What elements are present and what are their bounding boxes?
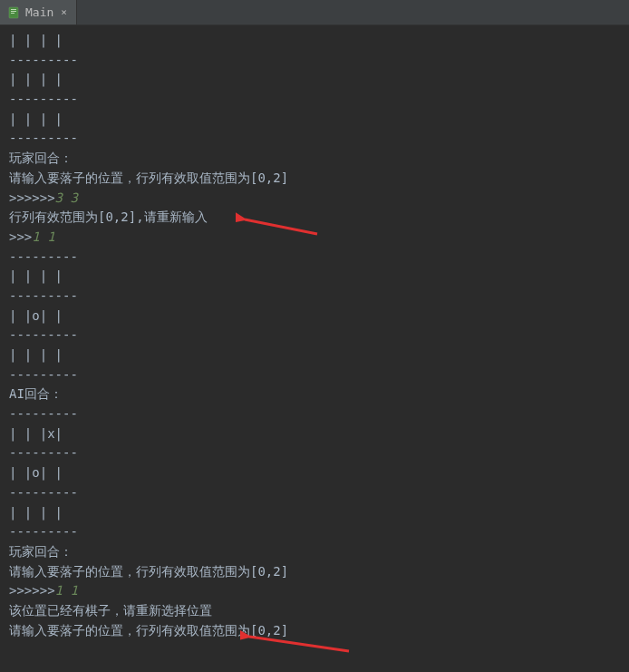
console-line: --------- xyxy=(9,483,620,503)
file-icon xyxy=(7,6,20,19)
user-input: 1 1 xyxy=(55,583,78,598)
svg-rect-2 xyxy=(11,11,16,12)
console-line: | |o| | xyxy=(9,307,620,326)
console-line: 请输入要落子的位置，行列有效取值范围为[0,2] xyxy=(9,169,620,189)
console-line: 玩家回合： xyxy=(9,149,620,169)
user-input: 3 3 xyxy=(55,190,78,205)
console-line: --------- xyxy=(9,51,620,71)
svg-rect-1 xyxy=(11,9,16,10)
console-line: >>>>>>3 3 xyxy=(9,189,620,209)
console-line: AI回合： xyxy=(9,385,620,404)
console-line: --------- xyxy=(9,522,620,542)
console-line: --------- xyxy=(9,443,620,463)
console-line: --------- xyxy=(9,326,620,346)
console-line: | | |x| xyxy=(9,424,620,444)
console-line: 请输入要落子的位置，行列有效取值范围为[0,2] xyxy=(9,621,620,641)
console-line: | | | | xyxy=(9,70,620,90)
console-line: --------- xyxy=(9,287,620,307)
svg-rect-3 xyxy=(11,13,15,14)
console-line: | | | | xyxy=(9,31,620,51)
console-line: --------- xyxy=(9,365,620,385)
console-line: >>>1 1 xyxy=(9,228,620,248)
console-line: | |o| | xyxy=(9,463,620,483)
console-line: | | | | xyxy=(9,503,620,523)
console-line: | | | | xyxy=(9,110,620,130)
console-line: --------- xyxy=(9,90,620,110)
console-line: | | | | xyxy=(9,267,620,287)
console-line: 请输入要落子的位置，行列有效取值范围为[0,2] xyxy=(9,562,620,582)
console-output: | | | |---------| | | |---------| | | |-… xyxy=(0,25,629,646)
console-line: --------- xyxy=(9,129,620,149)
tab-label: Main xyxy=(25,5,53,19)
console-line: | | | | xyxy=(9,346,620,365)
console-line: --------- xyxy=(9,404,620,424)
console-line: >>>>>>1 1 xyxy=(9,581,620,601)
console-line: 玩家回合： xyxy=(9,542,620,562)
tab-bar: Main × xyxy=(0,0,629,25)
console-line: 行列有效范围为[0,2],请重新输入 xyxy=(9,208,620,228)
tab-main[interactable]: Main × xyxy=(0,0,77,24)
close-icon[interactable]: × xyxy=(59,6,69,18)
user-input: 1 1 xyxy=(32,229,54,244)
console-line: 该位置已经有棋子，请重新选择位置 xyxy=(9,601,620,621)
console-line: --------- xyxy=(9,248,620,268)
